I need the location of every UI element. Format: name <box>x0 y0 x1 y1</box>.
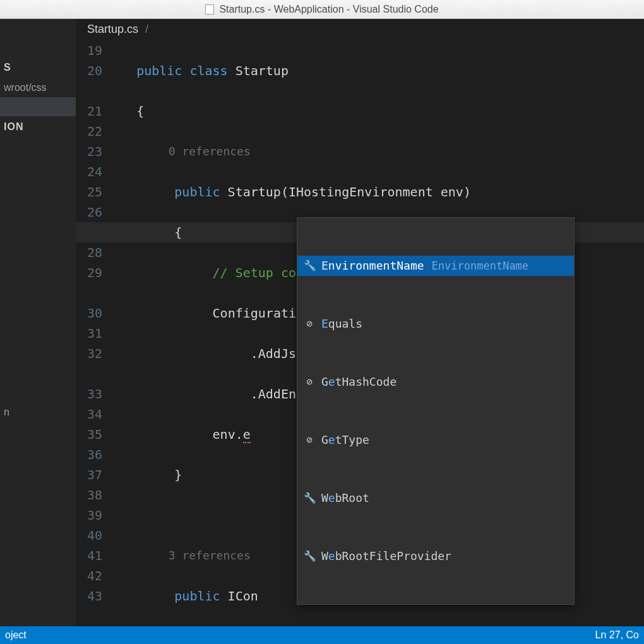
autocomplete-popup: 🔧 EnvironmentName EnvironmentName ⊘ Equa… <box>297 217 575 605</box>
line-number: 19 <box>76 40 102 61</box>
sidebar-section-header: S <box>0 57 76 78</box>
statusbar-left[interactable]: oject <box>5 629 27 641</box>
line-number: 30 <box>76 303 102 323</box>
line-number: 20 <box>76 61 102 81</box>
autocomplete-item[interactable]: ⊘ Equals <box>297 314 574 334</box>
gutter: 19 20 21 22 23 24 25 26 27 28 29 30 31 3… <box>76 40 114 644</box>
method-icon: ⊘ <box>304 373 315 391</box>
line-number: 42 <box>76 566 102 586</box>
line-number: 22 <box>76 121 102 141</box>
window-titlebar: Startup.cs - WebApplication - Visual Stu… <box>0 0 644 19</box>
tab-sep: / <box>145 23 148 35</box>
line-number: 40 <box>76 525 102 546</box>
line-number: 37 <box>76 465 102 485</box>
line-number <box>76 81 102 101</box>
line-number: 34 <box>76 404 102 424</box>
sidebar-item[interactable]: n <box>0 403 76 422</box>
line-number: 31 <box>76 323 102 343</box>
wrench-icon: 🔧 <box>304 489 315 508</box>
method-icon: ⊘ <box>304 431 315 450</box>
autocomplete-item[interactable]: 🔧 WebRootFileProvider <box>297 546 574 566</box>
sidebar-item[interactable]: wroot/css <box>0 78 76 97</box>
line-number: 29 <box>76 263 102 283</box>
autocomplete-item[interactable]: 🔧 EnvironmentName EnvironmentName <box>297 256 574 276</box>
tab-bar: Startup.cs / <box>76 19 644 40</box>
line-number: 23 <box>76 141 102 162</box>
wrench-icon: 🔧 <box>304 256 315 275</box>
line-number: 43 <box>76 586 102 606</box>
line-number: 32 <box>76 343 102 364</box>
autocomplete-item[interactable]: ⊘ GetType <box>297 430 574 450</box>
sidebar-item-selected[interactable] <box>0 97 76 116</box>
sidebar-section-header: ION <box>0 116 76 138</box>
tab-label: Startup.cs <box>87 23 138 35</box>
line-number: 39 <box>76 505 102 525</box>
statusbar-cursor-position[interactable]: Ln 27, Co <box>595 629 639 641</box>
line-number: 38 <box>76 485 102 505</box>
line-number: 25 <box>76 182 102 202</box>
line-number: 35 <box>76 424 102 444</box>
tab-startup[interactable]: Startup.cs / <box>81 19 155 40</box>
window-title: Startup.cs - WebApplication - Visual Stu… <box>219 4 438 15</box>
autocomplete-item[interactable]: ⊘ GetHashCode <box>297 372 574 392</box>
sidebar: S wroot/css ION n <box>0 19 76 626</box>
file-icon <box>205 4 214 15</box>
editor[interactable]: 19 20 21 22 23 24 25 26 27 28 29 30 31 3… <box>76 40 644 644</box>
line-number: 26 <box>76 202 102 222</box>
line-number: 36 <box>76 444 102 465</box>
line-number <box>76 283 102 303</box>
codelens[interactable]: 3 references <box>169 549 251 562</box>
editor-wrap: Startup.cs / 19 20 21 22 23 24 25 26 27 … <box>76 19 644 626</box>
line-number: 24 <box>76 162 102 182</box>
autocomplete-item[interactable]: 🔧 WebRoot <box>297 488 574 508</box>
method-icon: ⊘ <box>304 314 315 333</box>
code-area[interactable]: public class Startup { 0 references publ… <box>114 40 644 644</box>
line-number: 28 <box>76 242 102 263</box>
line-number: 41 <box>76 546 102 566</box>
status-bar: oject Ln 27, Co <box>0 626 644 644</box>
wrench-icon: 🔧 <box>304 547 315 566</box>
line-number: 33 <box>76 384 102 404</box>
codelens[interactable]: 0 references <box>169 145 251 158</box>
main-area: S wroot/css ION n Startup.cs / 19 20 21 … <box>0 19 644 626</box>
line-number: 21 <box>76 101 102 121</box>
line-number <box>76 364 102 384</box>
